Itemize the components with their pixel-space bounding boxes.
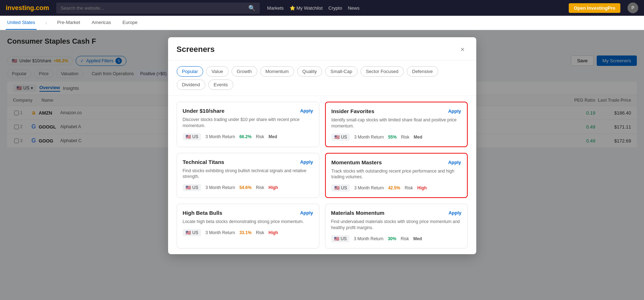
risk-value-0: Med <box>268 134 277 139</box>
card-technical-titans: Technical Titans Apply Find stocks exhib… <box>177 153 319 198</box>
return-label-4: 3 Month Return <box>205 230 235 235</box>
card-title-titans: Technical Titans <box>183 159 224 165</box>
logo: investing.com <box>6 4 49 12</box>
tab-popular[interactable]: Popular <box>177 66 204 77</box>
risk-value-1: Med <box>414 135 422 140</box>
subnav-sep1: › <box>45 20 47 26</box>
card-apply-momentum[interactable]: Apply <box>448 160 461 165</box>
pro-button[interactable]: Open InvestingPro <box>569 3 620 13</box>
return-value-0: 66.2% <box>239 134 252 139</box>
card-stats-titans: 🇺🇸 US 3 Month Return 54.6% Risk High <box>183 184 313 191</box>
risk-value-4: High <box>268 230 278 235</box>
card-apply-highbeta[interactable]: Apply <box>300 210 313 216</box>
sub-nav: United States › Pre-Market Americas Euro… <box>0 16 644 30</box>
page-background: Consumer Staples Cash F 🇺🇸 Under $10/sha… <box>0 30 644 300</box>
tab-events[interactable]: Events <box>208 79 233 90</box>
return-value-5: 30% <box>388 236 396 241</box>
nav-watchlist[interactable]: ⭐ My Watchlist <box>290 5 323 11</box>
risk-label-1: Risk <box>401 135 409 140</box>
card-header-highbeta: High Beta Bulls Apply <box>183 210 313 216</box>
card-region-insider: 🇺🇸 US <box>331 134 350 141</box>
card-header-under10: Under $10/share Apply <box>183 108 313 114</box>
card-desc-momentum: Track stocks with outstanding recent pri… <box>331 168 461 180</box>
nav-crypto[interactable]: Crypto <box>328 5 342 11</box>
card-header-materials: Materials Momentum Apply <box>331 210 462 216</box>
return-value-4: 33.1% <box>239 230 252 235</box>
tab-quality[interactable]: Quality <box>297 66 322 77</box>
tab-growth[interactable]: Growth <box>232 66 257 77</box>
card-region-titans: 🇺🇸 US <box>183 184 201 191</box>
card-apply-materials[interactable]: Apply <box>448 210 461 216</box>
logo-domain: .com <box>34 4 49 11</box>
card-high-beta-bulls: High Beta Bulls Apply Locate high beta s… <box>177 204 319 248</box>
card-header-insider: Insider Favorites Apply <box>331 108 461 114</box>
card-stats-under10: 🇺🇸 US 3 Month Return 66.2% Risk Med <box>183 133 313 140</box>
tab-momentum[interactable]: Momentum <box>260 66 294 77</box>
avatar: P <box>628 3 638 13</box>
modal-header: Screeners × <box>168 37 476 61</box>
tab-value[interactable]: Value <box>206 66 228 77</box>
card-region-under10: 🇺🇸 US <box>183 133 201 140</box>
risk-value-2: High <box>268 185 278 190</box>
subnav-united-states[interactable]: United States <box>6 16 37 30</box>
modal-body: Under $10/share Apply Discover stocks tr… <box>168 96 476 254</box>
return-label-3: 3 Month Return <box>354 185 384 190</box>
tab-dividend[interactable]: Dividend <box>177 79 206 90</box>
risk-label-5: Risk <box>401 236 409 241</box>
card-desc-titans: Find stocks exhibiting strong bullish te… <box>183 168 313 180</box>
search-input[interactable] <box>61 5 245 11</box>
card-title-momentum: Momentum Masters <box>331 159 382 165</box>
risk-label-3: Risk <box>405 185 413 190</box>
tab-sectorfocused[interactable]: Sector Focused <box>361 66 404 77</box>
card-desc-materials: Find undervalued materials stocks with s… <box>331 219 462 231</box>
card-title-materials: Materials Momentum <box>331 210 385 216</box>
card-stats-insider: 🇺🇸 US 3 Month Return 55% Risk Med <box>331 134 461 141</box>
risk-value-5: Med <box>413 236 422 241</box>
subnav-premarket[interactable]: Pre-Market <box>56 16 81 30</box>
return-label-1: 3 Month Return <box>354 135 384 140</box>
nav-markets[interactable]: Markets <box>267 5 283 11</box>
card-desc-insider: Identify small-cap stocks with limited s… <box>331 117 461 129</box>
modal-overlay: Screeners × Popular Value Growth Momentu… <box>0 30 644 300</box>
nav-links: Markets ⭐ My Watchlist Crypto News <box>267 5 359 11</box>
return-value-1: 55% <box>388 135 397 140</box>
card-apply-insider[interactable]: Apply <box>448 108 461 114</box>
card-region-highbeta: 🇺🇸 US <box>183 229 201 236</box>
card-title-under10: Under $10/share <box>183 108 225 114</box>
tab-smallcap[interactable]: Small-Cap <box>325 66 358 77</box>
return-value-2: 54.6% <box>239 185 252 190</box>
card-header-titans: Technical Titans Apply <box>183 159 313 165</box>
nav-news[interactable]: News <box>348 5 360 11</box>
card-apply-titans[interactable]: Apply <box>300 159 313 165</box>
card-desc-under10: Discover stocks trading under $10 per sh… <box>183 117 313 129</box>
screeners-modal: Screeners × Popular Value Growth Momentu… <box>168 37 476 254</box>
logo-text: investing <box>6 4 34 11</box>
return-label-5: 3 Month Return <box>354 236 383 241</box>
card-stats-highbeta: 🇺🇸 US 3 Month Return 33.1% Risk High <box>183 229 313 236</box>
close-button[interactable]: × <box>458 44 468 54</box>
card-materials-momentum: Materials Momentum Apply Find undervalue… <box>325 204 468 248</box>
risk-label-2: Risk <box>256 185 264 190</box>
card-region-materials: 🇺🇸 US <box>331 235 350 242</box>
card-desc-highbeta: Locate high beta stocks demonstrating st… <box>183 219 313 225</box>
subnav-americas[interactable]: Americas <box>90 16 113 30</box>
risk-label-0: Risk <box>256 134 264 139</box>
subnav-europe[interactable]: Europe <box>121 16 139 30</box>
card-apply-under10[interactable]: Apply <box>300 108 313 113</box>
return-value-3: 42.5% <box>388 185 400 190</box>
card-region-momentum: 🇺🇸 US <box>331 184 350 192</box>
card-stats-momentum: 🇺🇸 US 3 Month Return 42.5% Risk High <box>331 184 461 192</box>
card-insider-favorites: Insider Favorites Apply Identify small-c… <box>325 102 468 147</box>
risk-value-3: High <box>417 185 427 190</box>
return-label-0: 3 Month Return <box>205 134 235 139</box>
search-icon: 🔍 <box>248 5 256 11</box>
modal-tabs: Popular Value Growth Momentum Quality Sm… <box>168 61 476 96</box>
card-momentum-masters: Momentum Masters Apply Track stocks with… <box>325 153 468 198</box>
return-label-2: 3 Month Return <box>205 185 235 190</box>
tab-defensive[interactable]: Defensive <box>407 66 438 77</box>
search-bar[interactable]: 🔍 <box>56 3 260 14</box>
card-title-highbeta: High Beta Bulls <box>183 210 223 216</box>
card-under10: Under $10/share Apply Discover stocks tr… <box>177 102 319 147</box>
risk-label-4: Risk <box>256 230 264 235</box>
modal-title: Screeners <box>177 45 215 54</box>
